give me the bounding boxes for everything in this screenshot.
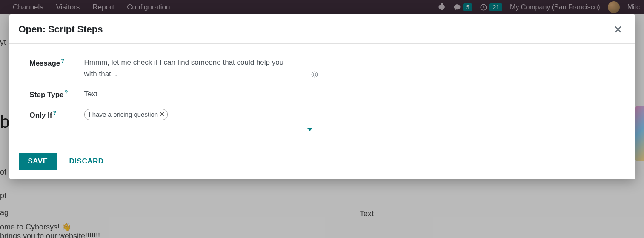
value-step-type[interactable]: Text [84,88,314,100]
svg-point-3 [315,73,315,74]
save-button[interactable]: SAVE [19,153,57,170]
value-message[interactable]: Hmmm, let me check if I can find someone… [84,57,314,80]
label-only-if: Only If? [30,109,84,120]
help-icon[interactable]: ? [61,57,64,64]
tag-label: I have a pricing question [89,109,158,120]
emoji-picker-icon[interactable] [311,70,318,82]
discard-button[interactable]: DISCARD [66,153,107,170]
close-button[interactable] [613,24,623,34]
dropdown-caret-icon[interactable] [307,123,312,135]
field-message: Message? Hmmm, let me check if I can fin… [30,57,625,80]
field-only-if: Only If? I have a pricing question ✕ [30,109,625,120]
value-only-if[interactable]: I have a pricing question ✕ [84,109,314,120]
label-message: Message? [30,57,84,68]
label-step-type: Step Type? [30,88,84,99]
modal-footer: SAVE DISCARD [9,146,635,179]
field-step-type: Step Type? Text [30,88,625,100]
modal-header: Open: Script Steps [9,14,635,44]
tag-only-if[interactable]: I have a pricing question ✕ [84,109,168,120]
svg-point-2 [313,73,314,74]
close-icon [613,25,623,34]
modal-overlay: Open: Script Steps Message? Hmmm, let me… [0,0,644,238]
help-icon[interactable]: ? [64,89,68,95]
modal-title: Open: Script Steps [19,24,103,35]
help-icon[interactable]: ? [53,109,56,116]
modal-body: Message? Hmmm, let me check if I can fin… [9,44,635,146]
modal-dialog: Open: Script Steps Message? Hmmm, let me… [9,14,635,179]
svg-point-1 [312,72,318,77]
tag-remove-icon[interactable]: ✕ [160,109,165,119]
